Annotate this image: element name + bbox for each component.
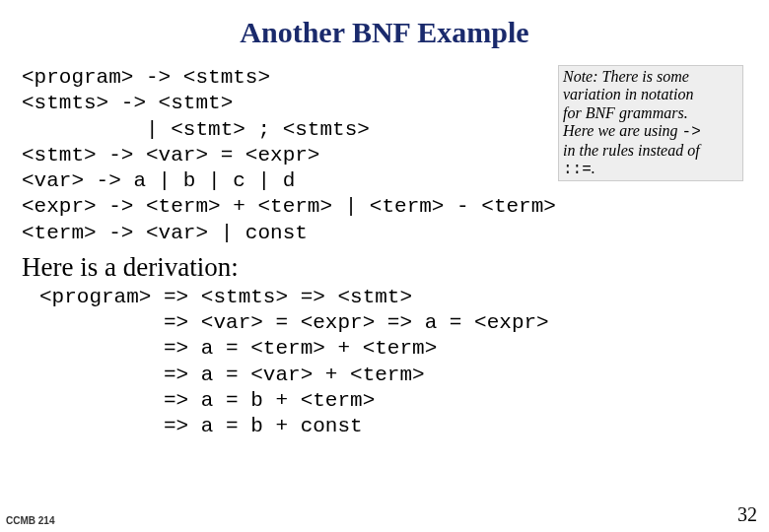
page-number: 32 — [737, 503, 757, 526]
derivation-line: <program> => <stmts> => <stmt> — [39, 286, 412, 308]
grammar-area: <program> -> <stmts> <stmts> -> <stmt> |… — [22, 65, 747, 246]
note-dot: . — [592, 160, 595, 176]
derivation-line: => a = b + <term> — [39, 389, 375, 412]
slide: Another BNF Example <program> -> <stmts>… — [0, 0, 769, 532]
derivation-line: => <var> = <expr> => a = <expr> — [39, 311, 549, 334]
note-arrow: -> — [682, 123, 701, 141]
derivation-block: <program> => <stmts> => <stmt> => <var> … — [39, 285, 747, 440]
note-box: Note: There is some variation in notatio… — [558, 65, 743, 181]
derivation-line: => a = <term> + <term> — [39, 337, 437, 360]
note-alt: ::= — [563, 161, 592, 178]
note-line: in the rules instead of — [563, 142, 700, 159]
grammar-line: <stmt> -> <var> = <expr> — [22, 144, 319, 166]
grammar-line: <program> -> <stmts> — [22, 66, 270, 89]
footer-course: CCMB 214 — [6, 515, 54, 526]
note-line: Here we are using — [563, 122, 682, 139]
grammar-line: <expr> -> <term> + <term> | <term> - <te… — [22, 195, 556, 218]
grammar-line: | <stmt> ; <stmts> — [22, 118, 370, 141]
grammar-line: <var> -> a | b | c | d — [22, 169, 295, 192]
slide-title: Another BNF Example — [22, 16, 747, 49]
derivation-line: => a = b + const — [39, 415, 363, 437]
note-line: for BNF grammars. — [563, 104, 688, 121]
derivation-heading: Here is a derivation: — [22, 252, 747, 283]
note-line: Note: There is some — [563, 68, 689, 85]
derivation-line: => a = <var> + <term> — [39, 364, 425, 386]
grammar-line: <stmts> -> <stmt> — [22, 92, 233, 114]
note-line: variation in notation — [563, 86, 693, 102]
grammar-line: <term> -> <var> | const — [22, 222, 308, 244]
